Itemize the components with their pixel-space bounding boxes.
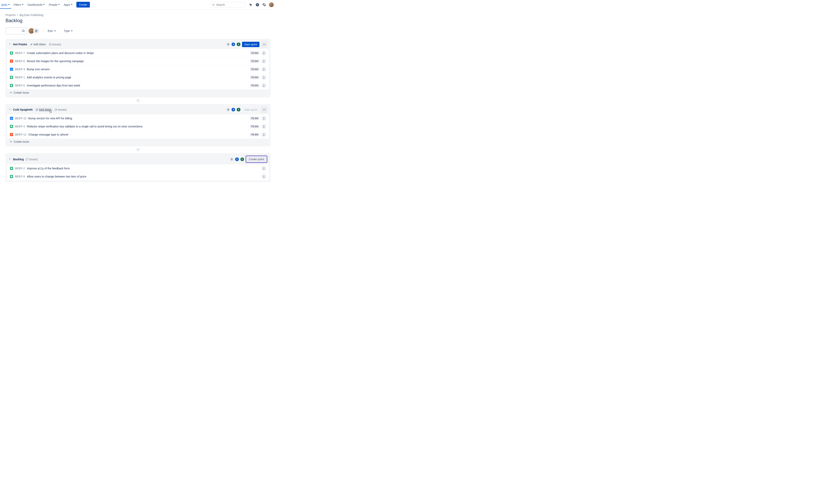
- nav-dashboards-label: Dashboards: [28, 3, 43, 6]
- nav-dashboards[interactable]: Dashboards: [26, 2, 46, 7]
- issue-row[interactable]: BEEP-12 Change message type to 'phone' T…: [7, 131, 269, 138]
- status-lozenge[interactable]: TO DO: [250, 68, 259, 71]
- status-lozenge[interactable]: TO DO: [250, 117, 259, 120]
- sprint-more-button[interactable]: [261, 41, 267, 47]
- search-icon: [22, 29, 25, 33]
- unassigned-avatar[interactable]: [261, 132, 266, 137]
- issue-key[interactable]: BEEP-2: [15, 167, 25, 170]
- expand-toggle[interactable]: [9, 158, 11, 161]
- status-lozenge[interactable]: TO DO: [250, 84, 259, 87]
- nav-people[interactable]: People: [47, 2, 61, 7]
- start-sprint-button[interactable]: Start sprint: [242, 42, 259, 47]
- svg-point-20: [263, 175, 264, 176]
- task-icon: [10, 68, 13, 71]
- issue-key[interactable]: BEEP-5: [15, 84, 25, 87]
- svg-line-1: [214, 5, 214, 5]
- start-sprint-button: Start sprint: [242, 107, 259, 113]
- unassigned-avatar[interactable]: [261, 116, 266, 121]
- chevron-down-icon: [54, 31, 56, 32]
- svg-point-15: [263, 117, 264, 118]
- svg-point-4: [23, 30, 24, 32]
- status-lozenge[interactable]: TO DO: [250, 51, 259, 55]
- status-lozenge[interactable]: TO DO: [250, 76, 259, 79]
- issue-summary[interactable]: Investigate perfomance dips from last we…: [27, 84, 80, 87]
- svg-point-16: [263, 125, 264, 126]
- issue-key[interactable]: BEEP-12: [15, 133, 27, 136]
- issue-row[interactable]: BEEP-9 Allow users to change between two…: [7, 173, 269, 180]
- create-issue-button[interactable]: + Create issue: [7, 138, 269, 145]
- issue-summary[interactable]: Bump version for new API for billing: [29, 117, 72, 120]
- nav-projects[interactable]: jects: [0, 1, 11, 9]
- board-search[interactable]: [5, 27, 27, 34]
- nav-filters[interactable]: Filters: [12, 2, 25, 7]
- issue-row[interactable]: BEEP-4 Refactor stripe verification key …: [7, 123, 269, 131]
- issue-summary[interactable]: Improve a11y of the feedback form: [27, 167, 70, 170]
- nav-projects-label: jects: [2, 3, 7, 6]
- issue-key[interactable]: BEEP-3: [15, 68, 25, 71]
- unassigned-avatar[interactable]: [261, 59, 266, 64]
- issue-summary[interactable]: Refactor stripe verification key validat…: [27, 125, 142, 128]
- expand-toggle[interactable]: [9, 43, 11, 46]
- help-icon[interactable]: ?: [255, 3, 259, 7]
- global-search[interactable]: [210, 2, 246, 7]
- issue-row[interactable]: BEEP-1 Add analytics events to pricing p…: [7, 73, 269, 82]
- add-dates-button[interactable]: Add dates: [29, 42, 47, 46]
- expand-toggle[interactable]: [9, 108, 11, 111]
- svg-point-0: [212, 4, 214, 5]
- issue-key[interactable]: BEEP-7: [15, 51, 25, 55]
- status-lozenge[interactable]: TO DO: [250, 59, 259, 63]
- settings-icon[interactable]: [262, 3, 266, 7]
- type-filter[interactable]: Type: [63, 28, 73, 34]
- unassigned-avatar[interactable]: [261, 51, 266, 55]
- svg-text:?: ?: [257, 3, 258, 6]
- sprint-panel: Hot Potato Add dates (5 issues) 0 0 0 St…: [5, 39, 271, 97]
- breadcrumb-projects[interactable]: Projects: [5, 13, 16, 16]
- issue-row[interactable]: BEEP-3 Bump icon version TO DO: [7, 65, 269, 73]
- issue-summary[interactable]: Add analytics events to pricing page: [27, 76, 71, 79]
- issue-summary[interactable]: Create subscription plans and discount c…: [27, 51, 94, 55]
- issue-summary[interactable]: Allow users to change between two tiers …: [27, 175, 86, 178]
- issue-row[interactable]: BEEP-7 Create subscription plans and dis…: [7, 49, 269, 57]
- resize-handle[interactable]: [5, 148, 271, 151]
- issue-summary[interactable]: Resize the images for the upcoming campa…: [27, 59, 84, 63]
- create-issue-button[interactable]: + Create issue: [7, 89, 269, 96]
- unassigned-avatar[interactable]: [261, 124, 266, 129]
- page-content: Projects / Big Eats Publishing Backlog E…: [0, 9, 276, 186]
- resize-handle[interactable]: [5, 99, 271, 102]
- issue-key[interactable]: BEEP-10: [15, 117, 27, 120]
- epic-filter[interactable]: Epic: [47, 28, 56, 34]
- status-lozenge[interactable]: TO DO: [250, 125, 259, 128]
- status-pill-green: 0: [237, 108, 240, 112]
- issue-key[interactable]: BEEP-1: [15, 76, 25, 79]
- add-people-button[interactable]: [33, 28, 40, 34]
- unassigned-avatar[interactable]: [261, 67, 266, 72]
- issue-key[interactable]: BEEP-9: [15, 175, 25, 178]
- create-button[interactable]: Create: [76, 2, 90, 7]
- global-search-input[interactable]: [216, 3, 243, 6]
- unassigned-avatar[interactable]: [261, 83, 266, 88]
- status-lozenge[interactable]: TO DO: [250, 133, 259, 136]
- issue-key[interactable]: BEEP-4: [15, 125, 25, 128]
- unassigned-avatar[interactable]: [261, 75, 266, 80]
- issue-summary[interactable]: Bump icon version: [27, 68, 50, 71]
- unassigned-avatar[interactable]: [261, 166, 266, 171]
- nav-apps[interactable]: Apps: [62, 2, 74, 7]
- sprint-panel: Cold Spaghetti Add dates (3 issues) 0 0 …: [5, 104, 271, 146]
- issue-key[interactable]: BEEP-6: [15, 59, 25, 63]
- notifications-icon[interactable]: [249, 3, 253, 7]
- chevron-down-icon: [22, 4, 24, 5]
- create-sprint-button[interactable]: Create sprint: [247, 157, 266, 162]
- issue-row[interactable]: BEEP-6 Resize the images for the upcomin…: [7, 57, 269, 65]
- unassigned-avatar[interactable]: [261, 174, 266, 179]
- issue-row[interactable]: BEEP-2 Improve a11y of the feedback form: [7, 164, 269, 173]
- issue-row[interactable]: BEEP-5 Investigate perfomance dips from …: [7, 82, 269, 89]
- profile-avatar[interactable]: [269, 2, 274, 7]
- breadcrumb-separator: /: [17, 13, 18, 16]
- issue-row[interactable]: BEEP-10 Bump version for new API for bil…: [7, 114, 269, 123]
- add-dates-button[interactable]: Add dates: [35, 108, 53, 112]
- page-title: Backlog: [5, 18, 271, 23]
- sprint-more-button[interactable]: [261, 107, 267, 113]
- status-pill-green: 0: [241, 158, 244, 161]
- issue-summary[interactable]: Change message type to 'phone': [29, 133, 69, 136]
- breadcrumb-project[interactable]: Big Eats Publishing: [19, 13, 43, 16]
